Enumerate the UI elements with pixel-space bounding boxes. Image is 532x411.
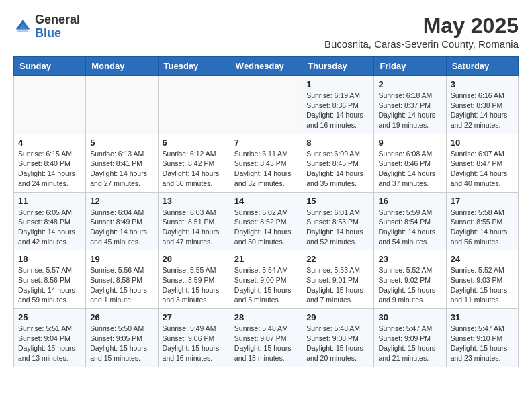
day-number: 16: [378, 196, 441, 206]
calendar-day-19: 19Sunrise: 5:56 AM Sunset: 8:58 PM Dayli…: [86, 250, 158, 309]
calendar-empty-cell: [14, 76, 86, 134]
day-info: Sunrise: 5:51 AM Sunset: 9:04 PM Dayligh…: [18, 324, 81, 363]
day-info: Sunrise: 5:50 AM Sunset: 9:05 PM Dayligh…: [90, 324, 153, 363]
day-info: Sunrise: 5:52 AM Sunset: 9:02 PM Dayligh…: [378, 265, 441, 305]
calendar-week-row: 1Sunrise: 6:19 AM Sunset: 8:36 PM Daylig…: [14, 76, 519, 134]
calendar-day-8: 8Sunrise: 6:09 AM Sunset: 8:45 PM Daylig…: [302, 134, 374, 192]
day-info: Sunrise: 6:09 AM Sunset: 8:45 PM Dayligh…: [306, 149, 369, 189]
day-header-wednesday: Wednesday: [230, 57, 302, 76]
calendar-day-10: 10Sunrise: 6:07 AM Sunset: 8:47 PM Dayli…: [446, 134, 518, 192]
month-title: May 2025: [324, 13, 519, 38]
day-info: Sunrise: 6:07 AM Sunset: 8:47 PM Dayligh…: [451, 149, 514, 189]
logo-general: General: [35, 13, 80, 27]
page: General Blue May 2025 Bucosnita, Caras-S…: [0, 0, 532, 374]
calendar-week-row: 25Sunrise: 5:51 AM Sunset: 9:04 PM Dayli…: [14, 309, 519, 367]
calendar-day-3: 3Sunrise: 6:16 AM Sunset: 8:38 PM Daylig…: [446, 76, 518, 134]
day-info: Sunrise: 6:04 AM Sunset: 8:49 PM Dayligh…: [90, 208, 153, 247]
day-number: 25: [18, 312, 81, 322]
day-info: Sunrise: 5:59 AM Sunset: 8:54 PM Dayligh…: [378, 208, 441, 247]
day-number: 1: [306, 79, 369, 89]
day-info: Sunrise: 5:48 AM Sunset: 9:07 PM Dayligh…: [234, 324, 298, 363]
day-number: 22: [306, 254, 369, 264]
calendar-day-7: 7Sunrise: 6:11 AM Sunset: 8:43 PM Daylig…: [230, 134, 302, 192]
calendar-day-18: 18Sunrise: 5:57 AM Sunset: 8:56 PM Dayli…: [14, 250, 86, 309]
day-number: 31: [451, 312, 514, 322]
day-info: Sunrise: 5:57 AM Sunset: 8:56 PM Dayligh…: [18, 265, 81, 305]
day-number: 30: [378, 312, 441, 322]
day-number: 17: [451, 196, 514, 206]
day-number: 11: [18, 196, 81, 206]
calendar-day-9: 9Sunrise: 6:08 AM Sunset: 8:46 PM Daylig…: [374, 134, 446, 192]
day-info: Sunrise: 6:19 AM Sunset: 8:36 PM Dayligh…: [306, 91, 369, 130]
calendar-day-27: 27Sunrise: 5:49 AM Sunset: 9:06 PM Dayli…: [158, 309, 230, 367]
day-number: 5: [90, 138, 153, 148]
day-number: 19: [90, 254, 153, 264]
calendar-day-29: 29Sunrise: 5:48 AM Sunset: 9:08 PM Dayli…: [302, 309, 374, 367]
calendar-day-6: 6Sunrise: 6:12 AM Sunset: 8:42 PM Daylig…: [158, 134, 230, 192]
calendar-week-row: 4Sunrise: 6:15 AM Sunset: 8:40 PM Daylig…: [14, 134, 519, 192]
calendar-empty-cell: [230, 76, 302, 134]
day-info: Sunrise: 5:48 AM Sunset: 9:08 PM Dayligh…: [306, 324, 369, 363]
logo: General Blue: [13, 13, 80, 40]
calendar-day-24: 24Sunrise: 5:52 AM Sunset: 9:03 PM Dayli…: [446, 250, 518, 309]
day-info: Sunrise: 6:15 AM Sunset: 8:40 PM Dayligh…: [18, 149, 81, 189]
day-info: Sunrise: 5:54 AM Sunset: 9:00 PM Dayligh…: [234, 265, 298, 305]
calendar-table: SundayMondayTuesdayWednesdayThursdayFrid…: [13, 56, 519, 367]
day-info: Sunrise: 5:49 AM Sunset: 9:06 PM Dayligh…: [163, 324, 226, 363]
day-number: 7: [234, 138, 298, 148]
calendar-day-20: 20Sunrise: 5:55 AM Sunset: 8:59 PM Dayli…: [158, 250, 230, 309]
calendar-day-30: 30Sunrise: 5:47 AM Sunset: 9:09 PM Dayli…: [374, 309, 446, 367]
day-number: 8: [306, 138, 369, 148]
day-header-thursday: Thursday: [302, 57, 374, 76]
day-info: Sunrise: 6:12 AM Sunset: 8:42 PM Dayligh…: [163, 149, 226, 189]
calendar-week-row: 18Sunrise: 5:57 AM Sunset: 8:56 PM Dayli…: [14, 250, 519, 309]
logo-blue: Blue: [35, 27, 80, 40]
day-number: 3: [451, 79, 514, 89]
calendar-day-17: 17Sunrise: 5:58 AM Sunset: 8:55 PM Dayli…: [446, 192, 518, 250]
day-number: 9: [378, 138, 441, 148]
calendar-week-row: 11Sunrise: 6:05 AM Sunset: 8:48 PM Dayli…: [14, 192, 519, 250]
day-header-tuesday: Tuesday: [158, 57, 230, 76]
day-info: Sunrise: 5:52 AM Sunset: 9:03 PM Dayligh…: [451, 265, 514, 305]
day-info: Sunrise: 5:56 AM Sunset: 8:58 PM Dayligh…: [90, 265, 153, 305]
day-info: Sunrise: 6:11 AM Sunset: 8:43 PM Dayligh…: [234, 149, 298, 189]
day-number: 12: [90, 196, 153, 206]
calendar-header-row: SundayMondayTuesdayWednesdayThursdayFrid…: [14, 57, 519, 76]
day-info: Sunrise: 6:08 AM Sunset: 8:46 PM Dayligh…: [378, 149, 441, 189]
calendar-day-28: 28Sunrise: 5:48 AM Sunset: 9:07 PM Dayli…: [230, 309, 302, 367]
logo-icon: [13, 17, 32, 36]
day-number: 20: [163, 254, 226, 264]
day-number: 29: [306, 312, 369, 322]
day-number: 18: [18, 254, 81, 264]
calendar-day-25: 25Sunrise: 5:51 AM Sunset: 9:04 PM Dayli…: [14, 309, 86, 367]
day-info: Sunrise: 5:55 AM Sunset: 8:59 PM Dayligh…: [163, 265, 226, 305]
day-header-monday: Monday: [86, 57, 158, 76]
calendar-day-23: 23Sunrise: 5:52 AM Sunset: 9:02 PM Dayli…: [374, 250, 446, 309]
day-number: 14: [234, 196, 298, 206]
day-number: 2: [378, 79, 441, 89]
calendar-day-22: 22Sunrise: 5:53 AM Sunset: 9:01 PM Dayli…: [302, 250, 374, 309]
day-info: Sunrise: 6:02 AM Sunset: 8:52 PM Dayligh…: [234, 208, 298, 247]
day-info: Sunrise: 6:13 AM Sunset: 8:41 PM Dayligh…: [90, 149, 153, 189]
calendar-day-5: 5Sunrise: 6:13 AM Sunset: 8:41 PM Daylig…: [86, 134, 158, 192]
day-info: Sunrise: 5:53 AM Sunset: 9:01 PM Dayligh…: [306, 265, 369, 305]
calendar-day-15: 15Sunrise: 6:01 AM Sunset: 8:53 PM Dayli…: [302, 192, 374, 250]
calendar-day-12: 12Sunrise: 6:04 AM Sunset: 8:49 PM Dayli…: [86, 192, 158, 250]
day-number: 10: [451, 138, 514, 148]
day-number: 23: [378, 254, 441, 264]
day-header-sunday: Sunday: [14, 57, 86, 76]
day-number: 4: [18, 138, 81, 148]
title-block: May 2025 Bucosnita, Caras-Severin County…: [324, 13, 519, 50]
day-info: Sunrise: 5:58 AM Sunset: 8:55 PM Dayligh…: [451, 208, 514, 247]
calendar-day-16: 16Sunrise: 5:59 AM Sunset: 8:54 PM Dayli…: [374, 192, 446, 250]
day-number: 21: [234, 254, 298, 264]
calendar-day-13: 13Sunrise: 6:03 AM Sunset: 8:51 PM Dayli…: [158, 192, 230, 250]
day-number: 13: [163, 196, 226, 206]
day-info: Sunrise: 5:47 AM Sunset: 9:10 PM Dayligh…: [451, 324, 514, 363]
day-header-friday: Friday: [374, 57, 446, 76]
location-title: Bucosnita, Caras-Severin County, Romania: [324, 38, 519, 50]
day-info: Sunrise: 6:05 AM Sunset: 8:48 PM Dayligh…: [18, 208, 81, 247]
day-info: Sunrise: 6:03 AM Sunset: 8:51 PM Dayligh…: [163, 208, 226, 247]
header: General Blue May 2025 Bucosnita, Caras-S…: [13, 13, 519, 50]
day-info: Sunrise: 6:16 AM Sunset: 8:38 PM Dayligh…: [451, 91, 514, 130]
